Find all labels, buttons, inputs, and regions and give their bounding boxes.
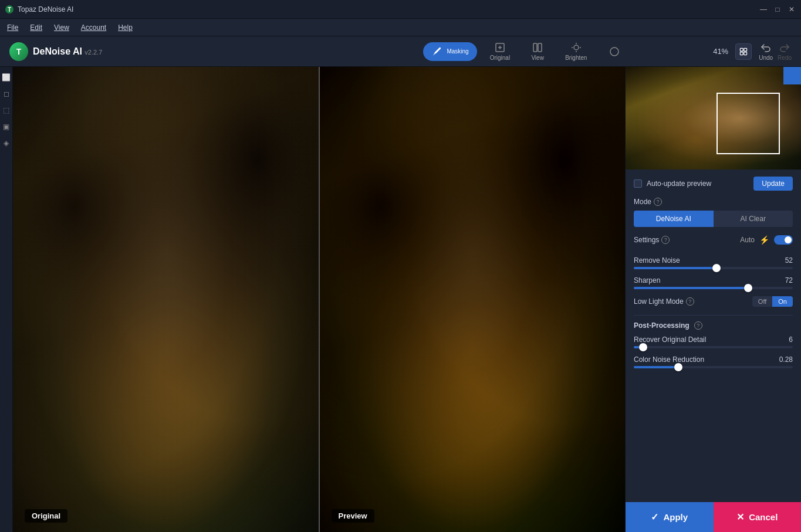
remove-noise-label: Remove Noise xyxy=(634,256,680,265)
recover-detail-slider: Recover Original Detail 6 xyxy=(634,336,793,348)
tool-2[interactable]: ◻ xyxy=(1,88,12,100)
tool-5[interactable]: ◈ xyxy=(1,137,12,149)
thumbnail-accent xyxy=(783,67,801,84)
remove-noise-track[interactable] xyxy=(634,267,793,269)
color-noise-slider: Color Noise Reduction 0.28 xyxy=(634,355,793,368)
remove-noise-thumb[interactable] xyxy=(712,264,721,272)
auto-toggle[interactable] xyxy=(774,235,793,245)
preview-label: Preview xyxy=(332,509,374,523)
color-noise-track[interactable] xyxy=(634,366,793,368)
remove-noise-fill xyxy=(634,267,716,269)
low-light-help-icon[interactable]: ? xyxy=(686,297,694,306)
redo-button[interactable]: Redo xyxy=(778,42,792,61)
window-controls: — □ ✕ xyxy=(759,5,796,14)
sharpen-value: 72 xyxy=(785,276,793,284)
preview-image xyxy=(320,67,626,532)
preview-panel: Preview xyxy=(320,67,626,532)
sharpen-label: Sharpen xyxy=(634,276,660,284)
low-light-off[interactable]: Off xyxy=(752,296,772,307)
apply-button[interactable]: ✓ Apply xyxy=(626,502,714,532)
update-button[interactable]: Update xyxy=(753,177,793,191)
settings-help-icon[interactable]: ? xyxy=(661,236,670,244)
tool-3[interactable]: ⬚ xyxy=(1,104,12,116)
ai-clear-button[interactable]: AI Clear xyxy=(714,211,793,227)
original-icon xyxy=(494,42,506,53)
tool-1[interactable]: ⬜ xyxy=(1,72,12,83)
color-noise-thumb[interactable] xyxy=(674,363,682,371)
zoom-level: 41% xyxy=(705,47,728,56)
auto-update-checkbox[interactable] xyxy=(634,179,642,188)
brighten-icon xyxy=(570,42,582,53)
svg-rect-3 xyxy=(533,43,537,52)
brighten-button[interactable]: Brighten xyxy=(559,38,593,65)
thumbnail-viewport xyxy=(716,93,780,154)
toolbar-right: 41% Undo Redo xyxy=(705,42,792,61)
menu-edit[interactable]: Edit xyxy=(30,23,42,32)
low-light-toggle: Off On xyxy=(752,296,793,307)
mode-section-label: Mode ? xyxy=(634,198,793,206)
original-label: Original xyxy=(25,509,67,523)
right-panel: Auto-update preview Update Mode ? DeNois… xyxy=(625,67,801,532)
auto-update-label: Auto-update preview xyxy=(647,179,749,188)
redo-icon xyxy=(779,42,790,53)
menu-help[interactable]: Help xyxy=(118,23,133,32)
canvas-area: Original Preview xyxy=(13,67,625,532)
post-processing-label: Post-Processing xyxy=(634,321,690,330)
denoise-ai-button[interactable]: DeNoise AI xyxy=(634,211,714,227)
color-noise-value: 0.28 xyxy=(779,355,793,364)
sharpen-thumb[interactable] xyxy=(744,284,752,292)
main-area: ⬜ ◻ ⬚ ▣ ◈ Original Preview xyxy=(0,67,801,532)
svg-rect-14 xyxy=(744,52,747,55)
sharpen-slider: Sharpen 72 xyxy=(634,276,793,289)
settings-label: Settings ? xyxy=(634,236,670,244)
menu-file[interactable]: File xyxy=(7,23,18,32)
menu-account[interactable]: Account xyxy=(81,23,106,32)
app-name-group: DeNoise AI v2.2.7 xyxy=(33,46,102,57)
menu-view[interactable]: View xyxy=(54,23,69,32)
logo-icon: T xyxy=(9,42,28,61)
recover-detail-thumb[interactable] xyxy=(639,343,647,351)
svg-rect-4 xyxy=(538,43,542,52)
sharpen-track[interactable] xyxy=(634,287,793,289)
svg-rect-12 xyxy=(744,48,747,51)
masking-button[interactable]: Masking xyxy=(423,42,476,61)
color-noise-label: Color Noise Reduction xyxy=(634,355,704,364)
app-logo: T DeNoise AI v2.2.7 xyxy=(9,42,348,61)
view-button[interactable]: View xyxy=(523,38,552,65)
post-processing-label-row: Post-Processing ? xyxy=(634,321,793,330)
settings-row: Settings ? Auto ⚡ xyxy=(634,235,793,245)
lightning-icon: ⚡ xyxy=(759,235,769,245)
recover-detail-track[interactable] xyxy=(634,346,793,348)
toggle-thumb xyxy=(785,236,792,243)
undo-button[interactable]: Undo xyxy=(759,42,773,61)
circle-tool[interactable] xyxy=(600,42,629,61)
cancel-button[interactable]: ✕ Cancel xyxy=(714,502,802,532)
post-processing-help-icon[interactable]: ? xyxy=(694,321,702,330)
low-light-row: Low Light Mode ? Off On xyxy=(634,296,793,307)
original-button[interactable]: Original xyxy=(484,38,516,65)
separator xyxy=(634,315,793,316)
mode-buttons: DeNoise AI AI Clear xyxy=(634,211,793,227)
panel-body: Auto-update preview Update Mode ? DeNois… xyxy=(626,170,801,502)
tool-4[interactable]: ▣ xyxy=(1,121,12,133)
mode-help-icon[interactable]: ? xyxy=(654,198,662,206)
thumbnail-image xyxy=(626,67,801,170)
undo-redo-group: Undo Redo xyxy=(759,42,792,61)
cancel-cross-icon: ✕ xyxy=(736,511,744,523)
remove-noise-slider: Remove Noise 52 xyxy=(634,256,793,269)
brush-icon xyxy=(431,46,443,57)
zoom-fit-button[interactable] xyxy=(735,43,752,60)
svg-text:T: T xyxy=(8,6,11,13)
low-light-on[interactable]: On xyxy=(772,296,793,307)
maximize-button[interactable]: □ xyxy=(773,5,782,14)
toolbar-center: Masking Original View Brighte xyxy=(357,38,696,65)
minimize-button[interactable]: — xyxy=(759,5,768,14)
original-panel: Original xyxy=(13,67,319,532)
apply-check-icon: ✓ xyxy=(651,511,658,523)
bottom-buttons: ✓ Apply ✕ Cancel xyxy=(626,502,801,532)
original-image xyxy=(13,67,319,532)
close-button[interactable]: ✕ xyxy=(787,5,796,14)
settings-right: Auto ⚡ xyxy=(740,235,793,245)
recover-detail-label: Recover Original Detail xyxy=(634,336,706,344)
remove-noise-value: 52 xyxy=(785,256,793,265)
